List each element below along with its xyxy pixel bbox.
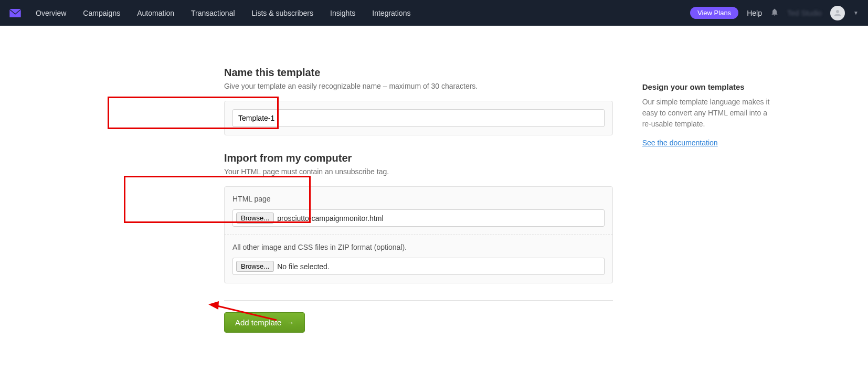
add-template-button[interactable]: Add template → bbox=[224, 312, 305, 333]
html-file-name: prosciutto-campaignmonitor.html bbox=[277, 214, 383, 223]
import-subtitle: Your HTML page must contain an unsubscri… bbox=[224, 167, 613, 176]
html-page-label: HTML page bbox=[232, 195, 605, 203]
notifications-icon[interactable] bbox=[770, 8, 779, 18]
import-heading: Import from my computer bbox=[224, 152, 613, 164]
name-subtitle: Give your template an easily recognizabl… bbox=[224, 82, 613, 90]
sidebar: Design your own templates Our simple tem… bbox=[642, 67, 775, 333]
add-template-label: Add template bbox=[235, 318, 281, 327]
main-column: Name this template Give your template an… bbox=[224, 67, 613, 333]
top-nav: Overview Campaigns Automation Transactio… bbox=[0, 0, 868, 26]
sidebar-heading: Design your own templates bbox=[642, 82, 775, 91]
nav-campaigns[interactable]: Campaigns bbox=[83, 9, 120, 17]
nav-overview[interactable]: Overview bbox=[36, 9, 66, 17]
nav-insights[interactable]: Insights bbox=[330, 9, 355, 17]
browse-html-button[interactable]: Browse... bbox=[236, 213, 274, 224]
page-content: Name this template Give your template an… bbox=[93, 26, 775, 333]
nav-integrations[interactable]: Integrations bbox=[372, 9, 410, 17]
divider bbox=[224, 300, 613, 301]
user-menu-caret-icon[interactable]: ▼ bbox=[853, 10, 859, 16]
documentation-link[interactable]: See the documentation bbox=[642, 139, 718, 147]
html-file-row: Browse... prosciutto-campaignmonitor.htm… bbox=[232, 209, 605, 227]
nav-automation[interactable]: Automation bbox=[137, 9, 174, 17]
import-panel: HTML page Browse... prosciutto-campaignm… bbox=[224, 186, 613, 283]
arrow-right-icon: → bbox=[287, 319, 294, 327]
zip-file-section: All other image and CSS files in ZIP for… bbox=[225, 235, 612, 283]
name-panel bbox=[224, 101, 613, 135]
nav-transactional[interactable]: Transactional bbox=[191, 9, 235, 17]
user-name: Ted Studio bbox=[787, 9, 822, 17]
view-plans-button[interactable]: View Plans bbox=[690, 7, 738, 19]
html-file-section: HTML page Browse... prosciutto-campaignm… bbox=[225, 187, 612, 235]
nav-lists-subscribers[interactable]: Lists & subscribers bbox=[252, 9, 313, 17]
sidebar-text: Our simple template language makes it ea… bbox=[642, 97, 775, 130]
zip-file-row: Browse... No file selected. bbox=[232, 258, 605, 275]
avatar[interactable] bbox=[830, 6, 845, 20]
nav-items: Overview Campaigns Automation Transactio… bbox=[36, 9, 410, 17]
name-heading: Name this template bbox=[224, 67, 613, 79]
template-name-input[interactable] bbox=[232, 109, 605, 127]
logo-icon bbox=[9, 9, 21, 17]
zip-file-name: No file selected. bbox=[277, 262, 330, 271]
nav-right: View Plans Help Ted Studio ▼ bbox=[690, 6, 859, 20]
browse-zip-button[interactable]: Browse... bbox=[236, 261, 274, 272]
help-link[interactable]: Help bbox=[747, 9, 762, 17]
zip-label: All other image and CSS files in ZIP for… bbox=[232, 243, 605, 251]
